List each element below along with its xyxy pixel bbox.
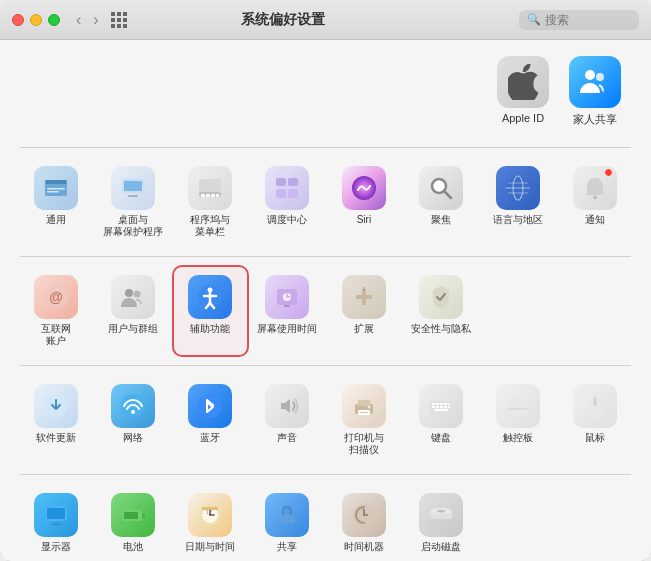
spotlight-label: 聚焦: [431, 214, 451, 226]
keyboard-label: 键盘: [431, 432, 451, 444]
svg-rect-68: [47, 508, 65, 519]
mission-icon: [265, 166, 309, 210]
svg-rect-16: [276, 178, 286, 186]
pref-mission[interactable]: 调度中心: [251, 158, 324, 246]
svg-line-22: [444, 191, 451, 198]
svg-point-42: [198, 394, 222, 418]
sound-label: 声音: [277, 432, 297, 444]
apple-id-item[interactable]: Apple ID: [497, 56, 549, 127]
screentime-icon: [265, 275, 309, 319]
apple-id-icon: [497, 56, 549, 108]
svg-rect-14: [211, 194, 215, 197]
svg-rect-13: [206, 194, 210, 197]
search-box[interactable]: 🔍: [519, 10, 639, 30]
datetime-icon: 17: [188, 493, 232, 537]
svg-rect-52: [432, 403, 435, 405]
minimize-button[interactable]: [30, 14, 42, 26]
accessibility-label: 辅助功能: [190, 323, 230, 335]
section-2-grid: @ 互联网 账户 用户与群组: [20, 267, 631, 355]
svg-point-31: [125, 289, 133, 297]
pref-accessibility[interactable]: 辅助功能: [174, 267, 247, 355]
svg-point-85: [437, 510, 445, 513]
pref-screentime[interactable]: 屏幕使用时间: [251, 267, 324, 355]
section-4-grid: 显示器 电池 17: [20, 485, 631, 561]
svg-point-41: [131, 410, 135, 414]
search-input[interactable]: [545, 13, 635, 27]
extensions-label: 扩展: [354, 323, 374, 335]
svg-rect-56: [448, 403, 450, 405]
pref-trackpad[interactable]: 触控板: [481, 376, 554, 464]
sound-icon: [265, 384, 309, 428]
svg-rect-58: [436, 406, 439, 408]
pref-language[interactable]: 语言与地区: [481, 158, 554, 246]
network-label: 网络: [123, 432, 143, 444]
pref-internet[interactable]: @ 互联网 账户: [20, 267, 93, 355]
svg-rect-53: [436, 403, 439, 405]
pref-sound[interactable]: 声音: [251, 376, 324, 464]
printers-icon: [342, 384, 386, 428]
battery-icon: [111, 493, 155, 537]
titlebar: ‹ › 系统偏好设置 🔍: [0, 0, 651, 40]
pref-notifications[interactable]: 通知: [558, 158, 631, 246]
pref-siri[interactable]: Siri: [328, 158, 401, 246]
close-button[interactable]: [12, 14, 24, 26]
svg-rect-59: [440, 406, 443, 408]
divider-3: [20, 365, 631, 366]
pref-printers[interactable]: 打印机与 扫描仪: [328, 376, 401, 464]
pref-timemachine[interactable]: 时间机器: [328, 485, 401, 561]
svg-rect-47: [358, 400, 370, 406]
pref-general[interactable]: 通用: [20, 158, 93, 246]
pref-datetime[interactable]: 17 日期与时间: [174, 485, 247, 561]
svg-rect-8: [124, 181, 142, 191]
accessibility-icon: [188, 275, 232, 319]
pref-spotlight[interactable]: 聚焦: [404, 158, 477, 246]
software-label: 软件更新: [36, 432, 76, 444]
dock-icon: [188, 166, 232, 210]
family-sharing-icon: [569, 56, 621, 108]
pref-battery[interactable]: 电池: [97, 485, 170, 561]
svg-rect-15: [216, 194, 219, 197]
dock-label: 程序坞与 菜单栏: [190, 214, 230, 238]
pref-desktop[interactable]: 桌面与 屏幕保护程序: [97, 158, 170, 246]
svg-rect-60: [444, 406, 447, 408]
pref-network[interactable]: 网络: [97, 376, 170, 464]
security-icon: [419, 275, 463, 319]
spotlight-icon: [419, 166, 463, 210]
bluetooth-icon: [188, 384, 232, 428]
divider-1: [20, 147, 631, 148]
pref-extensions[interactable]: 扩展: [328, 267, 401, 355]
timemachine-label: 时间机器: [344, 541, 384, 553]
svg-rect-54: [440, 403, 443, 405]
pref-users[interactable]: 用户与群组: [97, 267, 170, 355]
pref-software[interactable]: 软件更新: [20, 376, 93, 464]
svg-rect-61: [448, 406, 450, 408]
svg-rect-70: [50, 524, 62, 525]
mouse-label: 鼠标: [585, 432, 605, 444]
pref-display[interactable]: 显示器: [20, 485, 93, 561]
pref-security[interactable]: 安全性与隐私: [404, 267, 477, 355]
svg-text:@: @: [50, 289, 64, 305]
family-sharing-item[interactable]: 家人共享: [569, 56, 621, 127]
pref-sharing[interactable]: 共享: [251, 485, 324, 561]
svg-rect-18: [276, 189, 286, 198]
svg-rect-10: [199, 179, 221, 194]
siri-icon: [342, 166, 386, 210]
sharing-label: 共享: [277, 541, 297, 553]
sharing-icon: [265, 493, 309, 537]
security-label: 安全性与隐私: [411, 323, 471, 335]
notifications-label: 通知: [585, 214, 605, 226]
svg-rect-19: [288, 189, 298, 198]
pref-mouse[interactable]: 鼠标: [558, 376, 631, 464]
trackpad-label: 触控板: [503, 432, 533, 444]
pref-bluetooth[interactable]: 蓝牙: [174, 376, 247, 464]
pref-startdisk[interactable]: 启动磁盘: [404, 485, 477, 561]
svg-rect-4: [47, 188, 65, 190]
pref-keyboard[interactable]: 键盘: [404, 376, 477, 464]
svg-rect-69: [52, 522, 60, 524]
search-icon: 🔍: [527, 13, 541, 26]
general-icon: [34, 166, 78, 210]
section-3-grid: 软件更新 网络: [20, 376, 631, 464]
pref-dock[interactable]: 程序坞与 菜单栏: [174, 158, 247, 246]
svg-rect-57: [432, 406, 435, 408]
svg-rect-63: [508, 398, 528, 416]
